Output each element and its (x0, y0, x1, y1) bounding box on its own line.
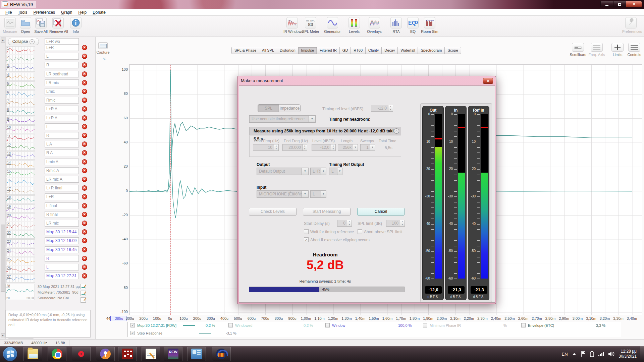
param-dropdown[interactable]: ▼ (370, 144, 375, 151)
taskbar-display-settings-button[interactable] (187, 347, 206, 361)
check-levels-button[interactable]: Check Levels (249, 208, 297, 216)
delete-measurement-button[interactable]: ✕ (82, 89, 87, 94)
capture-button[interactable] (98, 42, 108, 49)
delete-measurement-button[interactable]: ✕ (82, 273, 87, 279)
show-desktop-button[interactable] (640, 346, 644, 362)
timing-ref-level-spinner[interactable]: ▲▼ (388, 105, 393, 112)
x-axis-start-field[interactable]: -385u (110, 316, 126, 321)
legend-checkbox[interactable] (228, 323, 233, 327)
collapse-sweep-icon[interactable]: ︿ (394, 128, 399, 134)
measurement-name-field[interactable]: L (45, 53, 79, 60)
timing-reference-dropdown[interactable]: Use acoustic timing reference▼ (249, 115, 316, 123)
param-field[interactable]: 256k (338, 144, 353, 151)
measurement-thumbnail[interactable]: 26 (6, 266, 35, 274)
param-spinner[interactable]: ▲▼ (303, 144, 307, 151)
param-spinner[interactable]: ▲▼ (274, 144, 279, 151)
tab-all-spl[interactable]: All SPL (259, 47, 277, 54)
param-dropdown[interactable]: ▼ (353, 144, 358, 151)
collapse-button[interactable]: Collapse « (8, 38, 39, 45)
input-device-dropdown[interactable]: MICROPHONE (ÊåíôñéêÞ...▼ (257, 190, 309, 198)
volume-icon[interactable] (608, 351, 615, 357)
measurement-name-field[interactable]: LR bedhead (45, 71, 79, 77)
measurement-name-field[interactable]: L+R wo (45, 38, 79, 45)
measurement-thumbnail[interactable]: 23 (6, 239, 35, 247)
taskbar-rew-button[interactable]: REW (164, 347, 182, 361)
measurement-name-field[interactable]: L+R (45, 193, 79, 200)
measurement-thumbnail[interactable]: 10 (6, 125, 35, 133)
ir-windows-button[interactable]: IR Windows (283, 17, 301, 34)
measurement-name-field[interactable]: L A (45, 141, 79, 147)
measurement-thumbnail[interactable]: 17 (6, 187, 35, 195)
toggle-spl[interactable]: SPL (258, 105, 279, 112)
network-icon[interactable] (598, 351, 604, 357)
legend-label[interactable]: Windowed (235, 323, 252, 327)
param-field[interactable]: 10 (253, 144, 274, 151)
delete-measurement-button[interactable]: ✕ (82, 150, 87, 156)
legend-checkbox[interactable] (521, 323, 526, 327)
menu-item-help[interactable]: Help (75, 9, 89, 15)
levels-button[interactable]: Levels (345, 17, 363, 34)
delete-measurement-button[interactable]: ✕ (82, 194, 87, 199)
legend-checkbox[interactable]: ✓ (130, 323, 135, 327)
output-channel-dropdown[interactable]: L+R▼ (310, 168, 326, 175)
measurement-thumbnail[interactable]: 25 (6, 257, 35, 265)
param-field[interactable]: -12,0 (312, 144, 331, 151)
menu-item-file[interactable]: File (3, 9, 14, 15)
delete-measurement-button[interactable]: ✕ (82, 229, 87, 235)
measurement-thumbnail[interactable]: 8 (6, 108, 35, 116)
delete-measurement-button[interactable]: ✕ (82, 54, 87, 59)
language-indicator[interactable]: EN (562, 352, 568, 357)
start-button[interactable] (3, 347, 17, 361)
measurement-thumbnail[interactable]: 4 (6, 73, 35, 81)
rta-button[interactable]: RTA (387, 17, 405, 34)
tab-gd[interactable]: GD (339, 47, 351, 54)
measurement-thumbnail[interactable]: 2 (6, 55, 35, 63)
start-measuring-button[interactable]: Start Measuring (303, 208, 351, 216)
maximize-button[interactable] (613, 1, 626, 7)
output-device-dropdown[interactable]: Default Output▼ (257, 168, 309, 175)
measurement-name-field[interactable]: L+R A (45, 106, 79, 112)
spl-limit-field[interactable]: 100 (386, 220, 400, 227)
measurement-thumbnail[interactable]: 3 (6, 64, 35, 72)
controls-button[interactable]: Controls (625, 43, 644, 57)
tab-distortion[interactable]: Distortion (277, 47, 298, 54)
delete-measurement-button[interactable]: ✕ (82, 221, 87, 226)
measurement-name-field[interactable]: R (45, 255, 79, 262)
measurement-name-field[interactable]: Rmic (45, 97, 79, 104)
measurement-thumbnail[interactable]: 5 (6, 81, 35, 89)
tab-scope[interactable]: Scope (444, 47, 461, 54)
measurement-name-field[interactable]: Μαρ 30 12:15:44 (45, 229, 79, 235)
legend-checkbox[interactable] (423, 323, 427, 327)
overlays-button[interactable]: Overlays (366, 17, 383, 34)
measurement-name-field[interactable]: R (45, 62, 79, 68)
measurement-name-field[interactable]: Rmic A (45, 167, 79, 174)
measurement-thumbnail[interactable]: 14 (6, 161, 35, 169)
tab-filtered-ir[interactable]: Filtered IR (317, 47, 339, 54)
taskbar-red-app-button[interactable] (118, 347, 137, 361)
checkbox-abort-above-spl-limit[interactable] (358, 229, 362, 234)
menu-item-graph[interactable]: Graph (58, 9, 75, 15)
cancel-button[interactable]: Cancel (357, 208, 405, 216)
tab-decay[interactable]: Decay (381, 47, 397, 54)
delete-measurement-button[interactable]: ✕ (82, 71, 87, 77)
measurement-name-field[interactable]: R A (45, 149, 79, 156)
measurement-thumbnail[interactable]: 15 (6, 169, 35, 177)
notes-icon[interactable] (80, 297, 86, 303)
tab-spectrogram[interactable]: Spectrogram (418, 47, 444, 54)
taskbar-tor-browser-button[interactable] (96, 347, 115, 361)
param-field[interactable]: 20.000 (282, 144, 303, 151)
open-button[interactable]: Open (17, 17, 34, 34)
legend-label[interactable]: Minimum Phase IR (430, 323, 461, 327)
menu-item-preferences[interactable]: Preferences (31, 9, 58, 15)
delete-measurement-button[interactable]: ✕ (82, 80, 87, 85)
limits-button[interactable]: Limits (608, 43, 627, 57)
measurement-thumbnail[interactable]: 19 (6, 204, 35, 213)
measurement-name-field[interactable]: Μαρ 30 12:27:31 (45, 273, 79, 279)
delete-measurement-button[interactable]: ✕ (82, 45, 87, 50)
measurement-notes[interactable]: Delay -0,019±0,010 ms (-6 mm, -0,25 in) … (5, 310, 91, 338)
measurement-name-field[interactable]: L+R final (45, 185, 79, 191)
save-all-button[interactable]: Save All (32, 17, 50, 34)
param-spinner[interactable]: ▲▼ (331, 144, 336, 151)
delete-measurement-button[interactable]: ✕ (82, 185, 87, 191)
trace-options-icon[interactable] (80, 291, 86, 296)
